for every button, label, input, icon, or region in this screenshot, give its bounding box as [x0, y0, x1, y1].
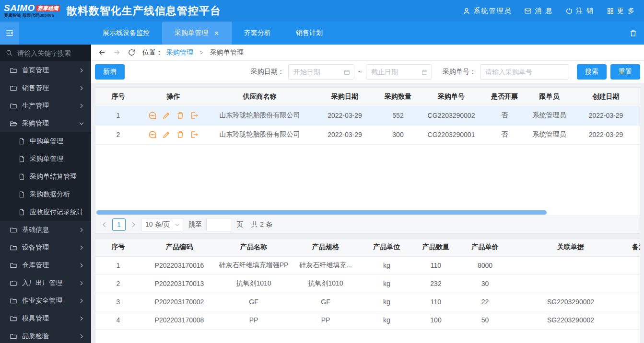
sidebar-item-purchase-order-management[interactable]: 采购单管理 — [0, 150, 91, 168]
col-product-price: 产品单价 — [460, 239, 510, 256]
col-created: 创建日期 — [572, 88, 640, 106]
export-icon[interactable] — [190, 130, 199, 139]
grid-icon — [607, 7, 614, 15]
order-no-input[interactable] — [480, 64, 569, 80]
jump-label: 跳至 — [188, 220, 202, 229]
sidebar-item-quality-inspection[interactable]: 品质检验 — [0, 327, 91, 343]
products-panel: 序号 产品编码 产品名称 产品规格 产品单位 产品数量 产品单价 关联单据 备注 — [95, 238, 640, 343]
edit-icon[interactable] — [162, 130, 171, 139]
folder-icon — [10, 67, 17, 74]
user-menu[interactable]: 系统管理员 — [463, 7, 512, 15]
next-page-icon[interactable] — [130, 221, 137, 228]
table-row[interactable]: 2 P202203170013 抗氧剂1010 抗氧剂1010 kg 232 3… — [95, 274, 640, 293]
chevron-right-icon — [79, 333, 84, 339]
comment-icon[interactable] — [148, 111, 157, 120]
logo-badge: 赛摩雄鹰 — [36, 5, 60, 12]
sidebar-item-basic-info[interactable]: 基础信息 — [0, 221, 91, 239]
sidebar-item-production-management[interactable]: 生产管理 — [0, 97, 91, 114]
col-product-spec: 产品规格 — [290, 239, 362, 256]
tab-kitting-analysis[interactable]: 齐套分析 — [232, 22, 283, 45]
logout-icon — [565, 7, 573, 15]
folder-icon — [10, 102, 17, 110]
tab-sales-plan[interactable]: 销售计划 — [283, 22, 335, 45]
chevron-right-icon — [79, 298, 84, 304]
delete-icon[interactable] — [176, 111, 185, 120]
breadcrumb-parent-link[interactable]: 采购管理 — [166, 48, 193, 57]
brand-logo: SAiMO 赛摩雄鹰 赛摩智能 股票代码300466 — [4, 3, 60, 18]
scrollbar-thumb[interactable] — [96, 210, 547, 215]
back-arrow-icon[interactable] — [98, 48, 106, 57]
start-date-input[interactable] — [288, 64, 354, 80]
content-body: 序号 操作 供应商名称 采购日期 采购数量 采购单号 是否开票 跟单员 创建日期 — [91, 83, 644, 343]
page-size-select[interactable]: 10 条/页 — [141, 218, 184, 231]
tab-close-icon[interactable]: ✕ — [214, 30, 219, 37]
logout-button[interactable]: 注 销 — [565, 7, 594, 15]
sidebar-item-warehouse-management[interactable]: 仓库管理 — [0, 256, 91, 274]
purchase-submenu: 申购单管理 采购单管理 采购单结算管理 采购数据分析 应收应付记录统计 — [0, 132, 91, 221]
file-icon — [18, 209, 25, 216]
prev-page-icon[interactable] — [101, 221, 108, 228]
tabs: 展示线设备监控 采购单管理 ✕ 齐套分析 销售计划 — [90, 22, 335, 45]
messages-button[interactable]: 消 息 — [524, 7, 553, 15]
page-number-button[interactable]: 1 — [112, 218, 126, 231]
search-button[interactable]: 搜索 — [577, 64, 607, 80]
chevron-right-icon — [79, 263, 84, 268]
sidebar-item-entry-exit-management[interactable]: 入厂出厂管理 — [0, 274, 91, 292]
sidebar-search-input[interactable] — [17, 49, 85, 57]
export-icon[interactable] — [190, 111, 199, 120]
sidebar-item-sales-management[interactable]: 销售管理 — [0, 79, 91, 97]
col-purchase-date: 采购日期 — [314, 88, 376, 106]
reset-button[interactable]: 重置 — [610, 64, 640, 80]
add-button[interactable]: 新增 — [95, 64, 125, 80]
sidebar-item-work-safety-management[interactable]: 作业安全管理 — [0, 292, 91, 309]
sidebar-item-purchase-management[interactable]: 采购管理 — [0, 114, 91, 132]
envelope-icon — [524, 7, 532, 15]
folder-icon — [10, 84, 17, 92]
more-button[interactable]: 更 多 — [607, 7, 635, 15]
delete-icon[interactable] — [176, 130, 185, 139]
messages-label: 消 息 — [535, 7, 553, 15]
top-header: SAiMO 赛摩雄鹰 赛摩智能 股票代码300466 散料数智化生产线信息管控平… — [0, 0, 644, 22]
col-supplier: 供应商名称 — [206, 88, 314, 106]
total-count: 共 2 条 — [251, 220, 272, 229]
edit-icon[interactable] — [162, 111, 171, 120]
sidebar-collapse-button[interactable] — [0, 22, 19, 45]
end-date-input[interactable] — [366, 64, 432, 80]
horizontal-scrollbar — [95, 209, 640, 216]
sidebar-item-receivables-payables-stats[interactable]: 应收应付记录统计 — [0, 203, 91, 221]
col-index: 序号 — [95, 239, 141, 256]
sidebar-item-home-management[interactable]: 首页管理 — [0, 61, 91, 79]
refresh-icon[interactable] — [128, 48, 136, 57]
table-row[interactable]: 3 P202203170002 GF GF kg 110 22 SG220329… — [95, 293, 640, 311]
sidebar-item-requisition-management[interactable]: 申购单管理 — [0, 132, 91, 150]
comment-icon[interactable] — [148, 130, 157, 139]
table-row[interactable]: 4 P202203170008 PP PP kg 100 50 SG220329… — [95, 311, 640, 329]
orders-table: 序号 操作 供应商名称 采购日期 采购数量 采购单号 是否开票 跟单员 创建日期 — [95, 88, 640, 145]
table-row[interactable]: 1 P202203170016 硅灰石纤维填充增强PP 硅灰石纤维填充... k… — [95, 256, 640, 274]
orders-header-row: 序号 操作 供应商名称 采购日期 采购数量 采购单号 是否开票 跟单员 创建日期 — [95, 88, 640, 106]
page-unit-label: 页 — [236, 220, 243, 229]
sidebar-item-purchase-data-analysis[interactable]: 采购数据分析 — [0, 185, 91, 203]
sidebar-item-purchase-settlement-management[interactable]: 采购单结算管理 — [0, 168, 91, 185]
table-row[interactable]: 2 山东玲珑轮胎股份有限公司 2022-03-29 300 — [95, 125, 640, 144]
col-product-code: 产品编码 — [141, 239, 218, 256]
sidebar-item-equipment-management[interactable]: 设备管理 — [0, 239, 91, 256]
chevron-down-icon — [79, 121, 84, 126]
jump-page-input[interactable] — [206, 218, 232, 231]
tab-display-line-monitor[interactable]: 展示线设备监控 — [90, 22, 162, 45]
sidebar-menu: 首页管理 销售管理 生产管理 采购管理 申购单管理 — [0, 61, 91, 343]
breadcrumb-current: 采购单管理 — [210, 48, 244, 57]
tab-purchase-order-management[interactable]: 采购单管理 ✕ — [162, 22, 232, 45]
col-actions: 操作 — [141, 88, 206, 106]
sidebar-item-mold-management[interactable]: 模具管理 — [0, 309, 91, 327]
collapse-icon — [5, 28, 14, 38]
user-name: 系统管理员 — [473, 7, 512, 15]
tab-bar: 展示线设备监控 采购单管理 ✕ 齐套分析 销售计划 — [0, 22, 644, 45]
col-product-name: 产品名称 — [218, 239, 290, 256]
close-all-tabs-button[interactable] — [629, 22, 644, 45]
breadcrumb: 位置： 采购管理 > 采购单管理 — [91, 45, 644, 61]
file-icon — [18, 138, 25, 145]
date-range-tilde: ~ — [358, 68, 362, 76]
forward-arrow-icon[interactable] — [113, 48, 121, 57]
table-row[interactable]: 1 山东玲珑轮胎股份有限公司 2022-03-29 552 — [95, 106, 640, 125]
